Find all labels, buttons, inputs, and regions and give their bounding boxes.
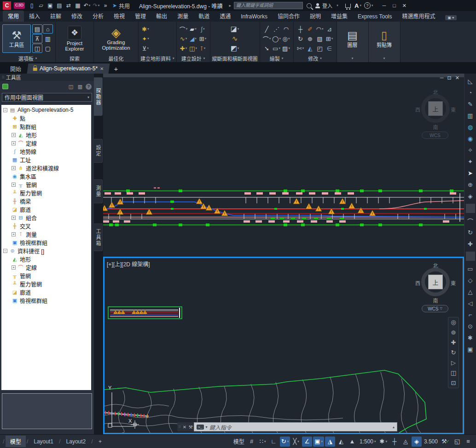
recent-commands-icon[interactable]: ▾	[206, 425, 208, 429]
erase-icon[interactable]: ✐ ▾	[306, 24, 315, 34]
copy-icon[interactable]: ⊕ ▾	[306, 34, 315, 43]
hatch-icon[interactable]: ▨ ▾	[282, 44, 291, 53]
viewcube-top-face[interactable]: 上	[428, 275, 443, 289]
tree-item-feature-lines[interactable]: ∫ 地勢線	[1, 147, 91, 155]
app-logo[interactable]: C	[3, 1, 11, 10]
layout-tab-model[interactable]: 模型	[6, 436, 26, 447]
section-views-icon[interactable]: ◩ ▾	[230, 44, 239, 53]
snap-mode-icon[interactable]: ∷ ▾	[258, 437, 268, 447]
drawing-area[interactable]: ─ ⊡ ✕ 北 西 上 東 南 WCS [+][上][2D 線架	[103, 74, 464, 434]
panel-footer-palettes[interactable]: 選項板▾	[0, 54, 55, 62]
mass-haul-icon[interactable]: ⊻ ▾	[141, 44, 150, 53]
rect-tool-icon[interactable]: ▭	[466, 264, 475, 273]
crosshair-icon[interactable]: ✚	[466, 239, 475, 248]
tree-expander[interactable]: +	[12, 216, 16, 220]
frame-tool-icon[interactable]: ▣	[466, 345, 475, 354]
tree-expander[interactable]: +	[12, 166, 16, 170]
properties-palette-icon[interactable]: ◫	[32, 44, 42, 53]
輸出[interactable]: 輸出	[151, 11, 172, 22]
viewport-scale-value[interactable]: 1:500 ▾	[358, 437, 377, 447]
polar-tracking-icon[interactable]: ↻ ▾	[280, 437, 290, 447]
透通[interactable]: 透通	[215, 11, 236, 22]
hardware-acceleration-icon[interactable]: ⚒ ✓ ▾	[440, 437, 451, 447]
panel-footer-design[interactable]: 建立設計▾	[177, 54, 210, 62]
open-file-icon[interactable]: ▱ ▾	[37, 1, 45, 10]
tree-expander[interactable]: +	[12, 183, 16, 187]
explode-icon[interactable]: ▧ ▾	[315, 34, 325, 43]
settings-gear-icon[interactable]: ✱ ▾	[378, 437, 389, 447]
tree-expander[interactable]: +	[12, 265, 16, 270]
globe-icon[interactable]: ◉	[466, 134, 475, 143]
tree-expander[interactable]: −	[3, 108, 7, 112]
layout-tab-new[interactable]: +	[94, 437, 106, 447]
command-line-grip[interactable]: ⠿ ✕ ⚒	[177, 422, 194, 431]
tree-expander[interactable]: +	[12, 133, 16, 137]
fillet-icon[interactable]: ◠ ▾	[315, 24, 325, 34]
superelevation-band-view[interactable]	[103, 78, 464, 254]
viewport-bottom-active[interactable]: [+][上][2D 線架構] 北 西 上 東 南 WCS▽ ◎ ⊚	[103, 257, 464, 434]
palette-grip[interactable]: ⠿	[2, 75, 4, 80]
tree-item-turnouts-crossovers[interactable]: + ⋔ 道岔和橫渡線	[1, 164, 91, 172]
graphics-performance-icon[interactable]: ◬ ▾	[401, 437, 411, 447]
point-create-icon[interactable]: ✧	[466, 145, 475, 155]
model-space-toggle[interactable]: 模型 ▾	[232, 437, 246, 447]
command-drag-handle[interactable]: ⠿	[178, 425, 180, 429]
toolspace-button[interactable]: ⚒ 工具區	[2, 24, 31, 53]
tree-item-ds-view-frame-groups[interactable]: ▣ 檢視框群組	[1, 296, 91, 304]
ortho-mode-icon[interactable]: ∟ ▾	[269, 437, 279, 447]
修改[interactable]: 修改	[66, 11, 87, 22]
分析[interactable]: 分析	[87, 11, 109, 22]
tree-item-ds-pipe-networks[interactable]: ╥ 管網	[1, 271, 91, 280]
ribbon-display-toggle[interactable]: ▣ ▾	[445, 15, 457, 20]
move-icon[interactable]: ┼ ▾	[296, 24, 305, 34]
wcs-selector-top[interactable]: WCS	[422, 132, 448, 139]
viewcube-top-face[interactable]: 上	[428, 101, 443, 116]
rectangle-icon[interactable]: ▭ ▾	[272, 44, 281, 53]
transfer-icon[interactable]: ⇄ ▾	[64, 1, 73, 10]
command-prompt-icon[interactable]: >_	[197, 425, 204, 430]
drawing-monitor-icon[interactable]: ▢	[43, 44, 53, 53]
customization-menu-icon[interactable]: ≡ ▾	[463, 437, 473, 447]
zoom-extents-icon[interactable]: ✚	[451, 339, 456, 346]
command-customize-icon[interactable]: ⚒	[189, 425, 193, 430]
常用[interactable]: 常用	[3, 11, 24, 22]
circle-icon[interactable]: ◯ ▾	[272, 34, 281, 43]
parcel-create-icon[interactable]: ▰ ▾	[189, 24, 198, 34]
view-orbit-icon[interactable]: ◔	[466, 88, 475, 97]
feature-line-create-icon[interactable]: ∫ ▾	[198, 24, 208, 34]
rotate-view-icon[interactable]: ↻	[466, 228, 475, 237]
tree-item-survey[interactable]: + ⊺ 測量	[1, 230, 91, 238]
toolspace-titlebar[interactable]: ⠿ 工具區	[0, 74, 94, 81]
triangle-left-icon[interactable]: ◁	[466, 299, 475, 308]
point-star-icon[interactable]: ✦	[466, 157, 475, 166]
command-close-icon[interactable]: ✕	[183, 425, 186, 430]
help-button[interactable]: ? ▾	[364, 2, 373, 9]
alignment-create-icon[interactable]: ⌒ ▾	[179, 24, 188, 34]
new-drawing-tab-button[interactable]: +	[110, 65, 122, 74]
signin-button[interactable]: 登入 ▾	[315, 1, 342, 10]
trim-icon[interactable]: ✄ ▾	[296, 44, 305, 53]
settings-star-icon[interactable]: ✱	[466, 333, 475, 342]
measure-icon[interactable]: ◈	[466, 191, 475, 201]
save-icon[interactable]: ▣ ▾	[46, 1, 54, 10]
tree-item-surfaces[interactable]: + ◭ 地形	[1, 131, 91, 139]
zoom-realtime-icon[interactable]: ⊕	[466, 180, 475, 189]
grid-display-icon[interactable]: # ▾	[247, 437, 257, 447]
save-as-icon[interactable]: ▤ ▾	[55, 1, 64, 10]
profile-create-icon[interactable]: ∿ ▾	[179, 34, 188, 43]
title-expand-arrow[interactable]: ▸	[229, 3, 232, 8]
stretch-icon[interactable]: ◰ ▾	[315, 44, 325, 53]
close-tab-icon[interactable]: ✕	[100, 66, 104, 71]
close-button[interactable]: ✕	[400, 1, 409, 10]
search-input[interactable]: 鍵入關鍵字或詞組	[234, 2, 303, 9]
object-snap-icon[interactable]: ▣ ▾	[313, 437, 324, 447]
start-tab[interactable]: 開始	[4, 63, 27, 74]
select-cursor-icon[interactable]: ➤	[466, 168, 475, 178]
elevation-layers-icon[interactable]: ◈ ▾	[412, 437, 422, 447]
viewport-controls-label[interactable]: [+][上][2D 線架構]	[107, 260, 150, 268]
panel-footer-modify[interactable]: 修改▾	[294, 54, 337, 62]
intersection-create-icon[interactable]: ✚ ▾	[179, 44, 188, 53]
line-icon[interactable]: ╱ ▾	[262, 24, 272, 34]
pan-icon[interactable]: ⊚	[451, 329, 456, 336]
pipe-network-create-icon[interactable]: ⊺ ▾	[198, 44, 208, 53]
